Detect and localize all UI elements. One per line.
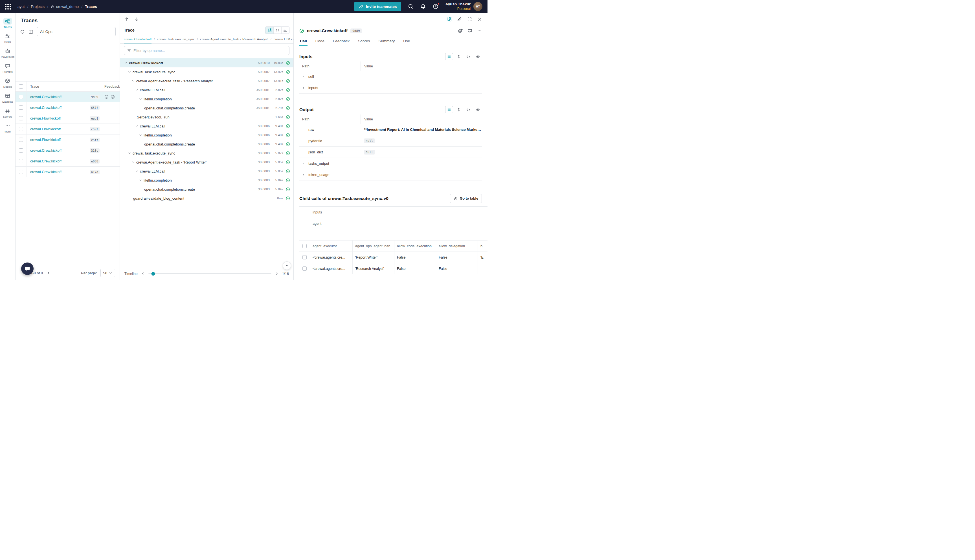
list-view-button[interactable]: [445, 106, 453, 113]
search-icon[interactable]: [408, 4, 414, 9]
caret-down-icon[interactable]: [124, 61, 129, 65]
split-view-icon[interactable]: [447, 17, 452, 22]
trace-path-tab[interactable]: crewai.Agent.execute_task - 'Research An…: [200, 35, 268, 43]
sidebar-item-evals[interactable]: Evals: [0, 31, 15, 45]
row-checkbox[interactable]: [19, 159, 23, 163]
row-checkbox[interactable]: [19, 105, 23, 110]
column-header-feedback[interactable]: Feedback: [102, 82, 120, 92]
kv-row[interactable]: token_usage: [299, 169, 482, 180]
breadcrumb-item[interactable]: Traces: [85, 5, 97, 9]
trace-tree-node[interactable]: SerperDevTool._run1.66s: [120, 113, 294, 122]
refresh-button[interactable]: [20, 29, 25, 34]
next-page-button[interactable]: [46, 271, 50, 275]
select-all-checkbox[interactable]: [302, 244, 307, 248]
hide-values-button[interactable]: [474, 53, 482, 60]
trace-row[interactable]: crewai.Crew.kickoffa17d: [15, 167, 120, 177]
trace-row[interactable]: crewai.Crew.kickoff316c: [15, 145, 120, 156]
trace-path-tab[interactable]: crewai.Task.execute_sync: [157, 35, 195, 43]
kv-row[interactable]: inputs: [299, 82, 482, 93]
trace-tree-node[interactable]: litellm.completion<$0.00012.82s: [120, 95, 294, 103]
trace-row[interactable]: crewai.Flow.kickoffeab1: [15, 113, 120, 124]
close-icon[interactable]: [477, 17, 482, 22]
sidebar-item-datasets[interactable]: Datasets: [0, 91, 15, 105]
trace-tree-node[interactable]: crewai.LLM.call<$0.00012.82s: [120, 85, 294, 95]
trace-tree-node[interactable]: crewai.Task.execute_sync$0.000713.92s: [120, 67, 294, 77]
tab-feedback[interactable]: Feedback: [332, 36, 350, 46]
trace-link[interactable]: crewai.Crew.kickoff: [30, 159, 62, 163]
row-checkbox[interactable]: [302, 255, 307, 259]
row-checkbox[interactable]: [19, 127, 23, 131]
column-header[interactable]: agent_ops_agent_nan: [352, 240, 394, 252]
row-checkbox[interactable]: [19, 138, 23, 142]
caret-down-icon[interactable]: [139, 97, 144, 101]
tab-summary[interactable]: Summary: [378, 36, 395, 46]
trace-path-tab[interactable]: crewai.Crew.kickoff: [124, 35, 152, 43]
trace-link[interactable]: crewai.Flow.kickoff: [30, 138, 61, 142]
sidebar-item-traces[interactable]: Traces: [0, 17, 15, 30]
sidebar-item-scorers[interactable]: Scorers: [0, 106, 15, 120]
trace-row[interactable]: crewai.Crew.kickoff657f: [15, 102, 120, 113]
bell-icon[interactable]: [420, 4, 426, 9]
code-view-button[interactable]: [273, 27, 281, 33]
overflow-menu-icon[interactable]: [477, 28, 482, 33]
expand-rows-button[interactable]: [455, 53, 462, 60]
tab-call[interactable]: Call: [299, 36, 307, 46]
sidebar-item-prompts[interactable]: Prompts: [0, 61, 15, 75]
timeline-prev-button[interactable]: [141, 272, 145, 276]
fullscreen-icon[interactable]: [467, 17, 472, 22]
trace-link[interactable]: crewai.Flow.kickoff: [30, 127, 61, 131]
chat-support-button[interactable]: [21, 263, 33, 275]
column-header[interactable]: allow_delegation: [436, 240, 477, 252]
breadcrumb-item[interactable]: crewai_demo: [51, 5, 79, 9]
trace-link[interactable]: crewai.Crew.kickoff: [30, 170, 62, 174]
expand-rows-button[interactable]: [455, 106, 462, 113]
wandb-logo-icon[interactable]: [4, 3, 12, 10]
column-header[interactable]: allow_code_execution: [394, 240, 436, 252]
invite-teammates-button[interactable]: Invite teammates: [354, 2, 401, 11]
trace-path-tab[interactable]: crewai.LLM.cal: [274, 35, 294, 43]
row-checkbox[interactable]: [19, 148, 23, 153]
caret-down-icon[interactable]: [135, 88, 140, 92]
per-page-select[interactable]: 50: [100, 269, 115, 277]
caret-down-icon[interactable]: [132, 160, 136, 164]
breadcrumb-item[interactable]: Projects: [31, 5, 45, 9]
timeline-next-button[interactable]: [275, 272, 279, 276]
sidebar-item-models[interactable]: Models: [0, 76, 15, 90]
chevron-right-icon[interactable]: [302, 86, 308, 90]
list-view-button[interactable]: [445, 53, 453, 60]
timeline-slider-handle[interactable]: [152, 272, 155, 275]
row-checkbox[interactable]: [302, 267, 307, 271]
sidebar-item-playground[interactable]: Playground: [0, 46, 15, 60]
trace-tree-node[interactable]: crewai.Agent.execute_task - 'Report Writ…: [120, 158, 294, 167]
up-arrow-button[interactable]: [124, 17, 129, 22]
caret-down-icon[interactable]: [135, 170, 140, 173]
column-header[interactable]: agent_executor: [310, 240, 352, 252]
user-menu[interactable]: Ayush Thakur Personal AT: [445, 2, 482, 11]
trace-tree-node[interactable]: litellm.completion$0.00035.84s: [120, 176, 294, 185]
trace-tree-node[interactable]: openai.chat.completions.create$0.00035.8…: [120, 185, 294, 194]
chevron-right-icon[interactable]: [302, 173, 308, 177]
table-row[interactable]: <crewai.agents.cre...'Research Analyst'F…: [299, 263, 488, 274]
trace-tree-node[interactable]: crewai.Agent.execute_task - 'Research An…: [120, 77, 294, 85]
code-view-button[interactable]: [464, 106, 472, 113]
row-checkbox[interactable]: [19, 95, 23, 99]
kv-row[interactable]: self: [299, 71, 482, 82]
chevron-right-icon[interactable]: [302, 75, 308, 78]
trace-tree-node[interactable]: openai.chat.completions.create$0.00069.4…: [120, 140, 294, 148]
sidebar-item-more[interactable]: More: [0, 121, 15, 135]
flame-view-button[interactable]: [281, 27, 289, 33]
tab-scores[interactable]: Scores: [357, 36, 371, 46]
trace-tree-node[interactable]: guardrail-validate_blog_content0ms: [120, 194, 294, 203]
table-row[interactable]: <crewai.agents.cre...'Report Writer'Fals…: [299, 252, 488, 263]
op-filter-input[interactable]: [134, 48, 286, 53]
add-reaction-icon[interactable]: [458, 28, 462, 33]
column-header[interactable]: b: [477, 240, 488, 252]
caret-down-icon[interactable]: [132, 79, 136, 83]
select-all-checkbox[interactable]: [19, 84, 23, 88]
go-to-table-button[interactable]: Go to table: [450, 194, 482, 203]
code-view-button[interactable]: [464, 53, 472, 60]
column-header-trace[interactable]: Trace: [27, 82, 102, 92]
caret-down-icon[interactable]: [128, 70, 133, 73]
trace-tree-node[interactable]: litellm.completion$0.00069.40s: [120, 130, 294, 140]
row-checkbox[interactable]: [19, 170, 23, 174]
